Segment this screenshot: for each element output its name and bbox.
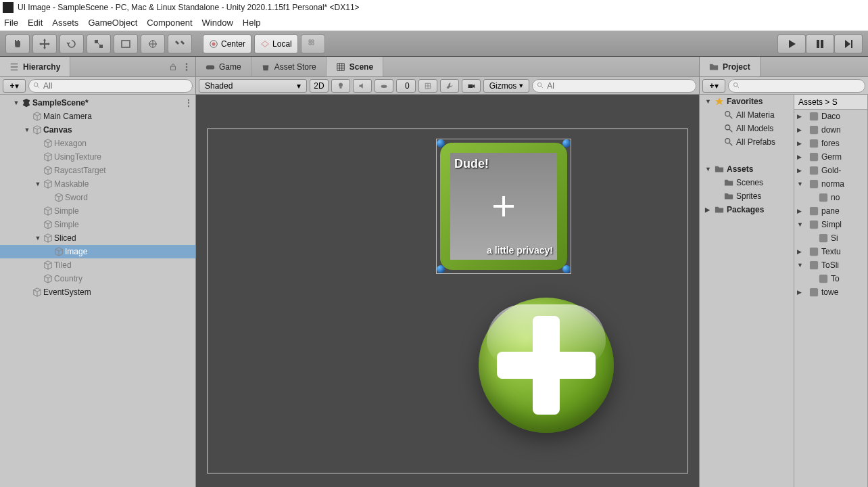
custom-tool-button[interactable]: [168, 34, 192, 53]
project-folder-item[interactable]: [700, 149, 794, 162]
project-asset-item[interactable]: ▶Textu: [794, 245, 867, 258]
move-gizmo-icon[interactable]: [493, 196, 514, 216]
menu-edit[interactable]: Edit: [28, 18, 43, 28]
hierarchy-item[interactable]: ▼SampleScene*⋮: [0, 96, 195, 110]
project-asset-item[interactable]: ▼Simpl: [794, 218, 867, 231]
tab-asset-store[interactable]: Asset Store: [251, 57, 327, 76]
hierarchy-search-input[interactable]: All: [28, 79, 193, 93]
project-asset-item[interactable]: To: [794, 272, 867, 285]
gizmos-dropdown[interactable]: Gizmos ▾: [483, 79, 530, 93]
grid-button[interactable]: [418, 79, 437, 93]
hierarchy-item[interactable]: Sword: [0, 191, 195, 204]
resize-handle[interactable]: [437, 139, 445, 147]
scene-search-input[interactable]: Al: [532, 79, 696, 93]
snap-button[interactable]: [301, 34, 325, 53]
resize-handle[interactable]: [562, 139, 571, 147]
hierarchy-item[interactable]: Main Camera: [0, 110, 195, 123]
tab-hierarchy[interactable]: Hierarchy: [0, 57, 70, 76]
hierarchy-item[interactable]: ▼Maskable: [0, 177, 195, 191]
project-asset-item[interactable]: ▼ToSli: [794, 258, 867, 272]
svg-rect-9: [171, 66, 176, 70]
resize-handle[interactable]: [562, 265, 571, 273]
project-asset-item[interactable]: Si: [794, 231, 867, 245]
project-folder-item[interactable]: All Prefabs: [700, 135, 794, 149]
breadcrumb[interactable]: Assets > S: [794, 95, 867, 110]
project-folder-item[interactable]: ▶Packages: [700, 203, 794, 216]
pivot-mode-button[interactable]: Center: [203, 34, 251, 53]
hierarchy-item[interactable]: ▼Canvas: [0, 123, 195, 137]
menu-component[interactable]: Component: [147, 18, 192, 28]
scene-viewport[interactable]: Dude! a little privacy!: [196, 95, 699, 487]
project-folder-item[interactable]: All Materia: [700, 108, 794, 122]
resize-handle[interactable]: [437, 265, 445, 273]
project-add-button[interactable]: +▾: [702, 79, 725, 93]
project-asset-item[interactable]: ▼norma: [794, 177, 867, 191]
hierarchy-item[interactable]: Image: [0, 245, 195, 258]
project-folder-item[interactable]: ▼Favorites: [700, 95, 794, 108]
project-folder-item[interactable]: ▼Assets: [700, 162, 794, 176]
transform-tool-button[interactable]: [141, 34, 165, 53]
project-asset-item[interactable]: ▶towe: [794, 285, 867, 299]
hierarchy-icon: [9, 62, 19, 72]
project-asset-item[interactable]: ▶Daco: [794, 110, 867, 123]
svg-rect-36: [819, 275, 827, 283]
step-button[interactable]: [834, 34, 863, 53]
play-button[interactable]: [777, 34, 806, 53]
menu-help[interactable]: Help: [243, 18, 261, 28]
tab-scene[interactable]: Scene: [327, 57, 383, 76]
tab-project[interactable]: Project: [700, 57, 761, 76]
project-folder-item[interactable]: Scenes: [700, 176, 794, 189]
hierarchy-item[interactable]: Hexagon: [0, 137, 195, 150]
audio-button[interactable]: [353, 79, 372, 93]
svg-rect-31: [810, 207, 818, 215]
hierarchy-item[interactable]: Simple: [0, 218, 195, 231]
selected-image-frame[interactable]: Dude! a little privacy!: [436, 139, 571, 274]
project-asset-item[interactable]: ▶down: [794, 123, 867, 137]
pivot-rotation-button[interactable]: Local: [254, 34, 298, 53]
tools-button[interactable]: [440, 79, 459, 93]
hierarchy-item[interactable]: Country: [0, 272, 195, 285]
hierarchy-item[interactable]: UsingTexture: [0, 150, 195, 164]
menu-window[interactable]: Window: [202, 18, 233, 28]
lighting-button[interactable]: [331, 79, 350, 93]
menu-icon[interactable]: [182, 62, 191, 72]
project-asset-item[interactable]: ▶Germ: [794, 150, 867, 164]
tab-game[interactable]: Game: [196, 57, 251, 76]
hierarchy-item[interactable]: Tiled: [0, 258, 195, 272]
hidden-objects-button[interactable]: 0: [396, 79, 416, 93]
hierarchy-item[interactable]: ▼Sliced: [0, 231, 195, 245]
pause-button[interactable]: [806, 34, 834, 53]
rotate-tool-button[interactable]: [59, 34, 84, 53]
rect-tool-button[interactable]: [114, 34, 138, 53]
hierarchy-add-button[interactable]: +▾: [3, 79, 26, 93]
project-folder-item[interactable]: Sprites: [700, 189, 794, 203]
fx-button[interactable]: [375, 79, 393, 93]
play-controls: [777, 34, 863, 53]
menu-file[interactable]: File: [4, 18, 18, 28]
scale-tool-button[interactable]: [87, 34, 111, 53]
hand-tool-button[interactable]: [5, 34, 30, 53]
project-search-input[interactable]: [728, 79, 865, 93]
hierarchy-tree[interactable]: ▼SampleScene*⋮Main Camera▼CanvasHexagonU…: [0, 95, 195, 487]
menu-assets[interactable]: Assets: [52, 18, 78, 28]
hierarchy-item[interactable]: EventSystem: [0, 285, 195, 299]
2d-toggle-button[interactable]: 2D: [310, 79, 329, 93]
lock-icon[interactable]: [168, 62, 178, 72]
project-asset-item[interactable]: ▶Gold-: [794, 164, 867, 177]
project-assets[interactable]: Assets > S ▶Daco▶down▶fores▶Germ▶Gold-▼n…: [794, 95, 868, 487]
grid-small-icon: [424, 82, 432, 90]
hierarchy-item[interactable]: Simple: [0, 204, 195, 218]
project-folder-item[interactable]: All Models: [700, 122, 794, 135]
shading-mode-dropdown[interactable]: Shaded▾: [199, 79, 307, 93]
project-asset-item[interactable]: ▶pane: [794, 204, 867, 218]
hierarchy-item[interactable]: RaycastTarget: [0, 164, 195, 177]
hierarchy-panel: Hierarchy +▾ All ▼SampleScene*⋮Main Came…: [0, 57, 196, 487]
menu-gameobject[interactable]: GameObject: [88, 18, 137, 28]
project-asset-item[interactable]: no: [794, 191, 867, 204]
project-folders[interactable]: ▼FavoritesAll MateriaAll ModelsAll Prefa…: [700, 95, 794, 487]
unity-logo-icon: [3, 2, 14, 13]
camera-button[interactable]: [462, 79, 481, 93]
svg-point-19: [538, 83, 542, 87]
move-tool-button[interactable]: [32, 34, 57, 53]
project-asset-item[interactable]: ▶fores: [794, 137, 867, 150]
